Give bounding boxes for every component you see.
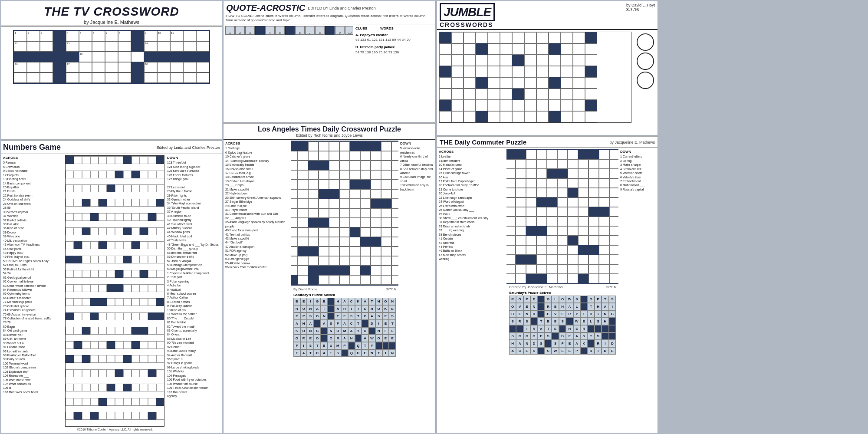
clue-30: 30 Verne's captain <box>3 210 62 214</box>
grid-cell-r6c2 <box>291 199 298 208</box>
solved-cell-r0c2: P <box>523 296 530 303</box>
qa-instructions: HOW TO SOLVE: Define clues in Words colu… <box>226 14 433 23</box>
tv-cell-r5c4-blk <box>53 72 66 83</box>
numbers-game-title: Numbers Game <box>3 143 61 152</box>
grid-cell-r4c12 <box>391 180 398 189</box>
solved-cell-r2c14: G <box>609 310 616 318</box>
tv-cell-r4c10-blk <box>131 62 144 72</box>
grid-cell-r2c7 <box>339 161 350 170</box>
grid-cell-r1c6 <box>329 151 339 161</box>
numbers-across-label: ACROSS <box>3 156 62 160</box>
j-cell-r5c4 <box>488 89 500 100</box>
j-cell-r2c7 <box>524 55 536 66</box>
num-cell-r14c6 <box>115 355 123 363</box>
dc-cell-r13c11 <box>609 274 618 283</box>
dc-cell-r5c5 <box>547 197 557 207</box>
solved-cell-r3c11: L <box>587 318 594 325</box>
solved-cell-r0c4: E <box>321 298 328 305</box>
la-date: 3/7/16 <box>386 287 396 291</box>
num-cell-r17c11 <box>156 398 164 406</box>
tv-cell-r4c12 <box>157 62 170 72</box>
j-cell-r6c4 <box>488 100 500 111</box>
grid-cell-r5c10 <box>371 189 381 199</box>
dc-cell-r6c9 <box>589 207 599 217</box>
solved-cell-r4c6: O <box>334 327 341 335</box>
grid-cell-r11c11 <box>381 247 391 256</box>
tv-cell-r5c5 <box>66 72 79 83</box>
solved-cell-r7c0: A <box>509 347 516 355</box>
solved-cell-r6c6: M <box>334 342 341 349</box>
clue-d92: 92 Center <box>167 345 220 349</box>
dc-clue-42: 42 Undress <box>439 241 505 245</box>
clue-31: 31 Worship <box>3 214 62 218</box>
qa-content: 1 2 3 4 5 6 7 8 9 10 11 12 <box>224 24 435 115</box>
solved-cell-r1c11: H <box>368 305 375 312</box>
grid-cell-r12c5 <box>319 256 329 266</box>
grid-cell-r3c11 <box>381 170 391 180</box>
la-d9: 9 Calculator image, for short <box>400 175 434 183</box>
grid-cell-r8c10 <box>371 218 381 227</box>
grid-cell-r1c10 <box>371 151 381 161</box>
num-cell-r7c8 <box>132 256 140 263</box>
num-cell-r3c7 <box>123 199 132 207</box>
solved-cell-r2c4 <box>538 310 545 318</box>
tv-cell-r2c5: 13 <box>66 41 79 52</box>
num-cell-r1c0 <box>66 171 74 178</box>
clue-d28: 28 Fly like a falcon <box>167 189 220 193</box>
j-cell-r7c12 <box>585 111 597 122</box>
j-cell-r5c10 <box>561 89 573 100</box>
solved-cell-r5c7: B <box>559 332 566 340</box>
tv-cell-r2c9 <box>118 41 131 52</box>
dc-d7: 7 Embankment <box>620 179 656 183</box>
solved-cell-r4c8: A <box>348 327 355 335</box>
grid-cell-r6c9 <box>360 199 371 208</box>
dc-cell-r7c2 <box>516 217 526 226</box>
solved-cell-r7c9: P <box>573 347 580 355</box>
qa-header: QUOTE-ACROSTIC EDITED BY Linda and Charl… <box>224 1 435 24</box>
dc-cell-r1c11 <box>609 159 618 169</box>
solved-cell-r2c7: E <box>341 312 348 320</box>
solved-cell-r5c9: A <box>573 332 580 340</box>
tv-cell-r3c13-blk <box>170 52 183 62</box>
dc-cell-r13c5 <box>547 274 557 283</box>
tv-cell-r5c12 <box>157 72 170 83</box>
num-cell-r4c11 <box>156 213 164 221</box>
num-cell-r17c5 <box>107 398 115 406</box>
daily-content: ACROSS 1 Loathe 6 Eden resident 10 Manuf… <box>437 148 658 433</box>
qa-title-row: QUOTE-ACROSTIC EDITED BY Linda and Charl… <box>226 3 433 13</box>
grid-cell-r11c10 <box>371 247 381 256</box>
solved-cell-r5c3: O <box>530 332 537 340</box>
j-cell-r4c7 <box>524 77 536 89</box>
j-cell-r0c3 <box>476 32 488 43</box>
num-cell-r2c2 <box>82 184 90 192</box>
grid-cell-r8c9 <box>360 218 371 227</box>
j-cell-r1c7 <box>524 43 536 55</box>
clue-39b: 39 Wise one <box>3 234 62 238</box>
dc-cell-r3c11 <box>609 178 618 188</box>
num-cell-r3c11 <box>156 199 164 207</box>
grid-cell-r7c8 <box>350 208 360 218</box>
grid-cell-r0c11 <box>381 141 391 151</box>
solved-cell-r3c6: E <box>552 318 559 325</box>
solved-cell-r4c11 <box>587 325 594 332</box>
tv-cell-r4c11: 18 <box>144 62 157 72</box>
jumble-box: JUMBLE CROSSWORDS by David L. Hoyt 3-7-1… <box>437 1 658 135</box>
dc-cell-r4c6 <box>557 188 568 197</box>
solved-cell-r3c2: A <box>307 320 314 327</box>
clue-d84: 84 Orient <box>167 332 220 336</box>
num-cell-r1c7 <box>123 171 132 178</box>
grid-cell-r4c3 <box>298 180 308 189</box>
la-clue-43: 43 Make a soufflé <box>225 237 289 240</box>
num-cell-r9c8 <box>132 284 140 292</box>
clue-39a: 39 Droop <box>3 230 62 234</box>
clue-d55: 55 Dish the ___ gossip <box>167 247 220 250</box>
dc-cell-r12c3 <box>526 264 536 274</box>
clue-21: 21 Exists <box>3 189 62 193</box>
grid-cell-r2c3 <box>298 161 308 170</box>
j-cell-r3c12 <box>585 66 597 77</box>
grid-cell-r9c2 <box>291 227 298 237</box>
clue-d41: 41 Sail attachment <box>167 222 220 226</box>
dc-cell-r1c5 <box>547 159 557 169</box>
j-cell-r7c6 <box>512 111 524 122</box>
dc-cell-r2c1 <box>506 169 516 178</box>
